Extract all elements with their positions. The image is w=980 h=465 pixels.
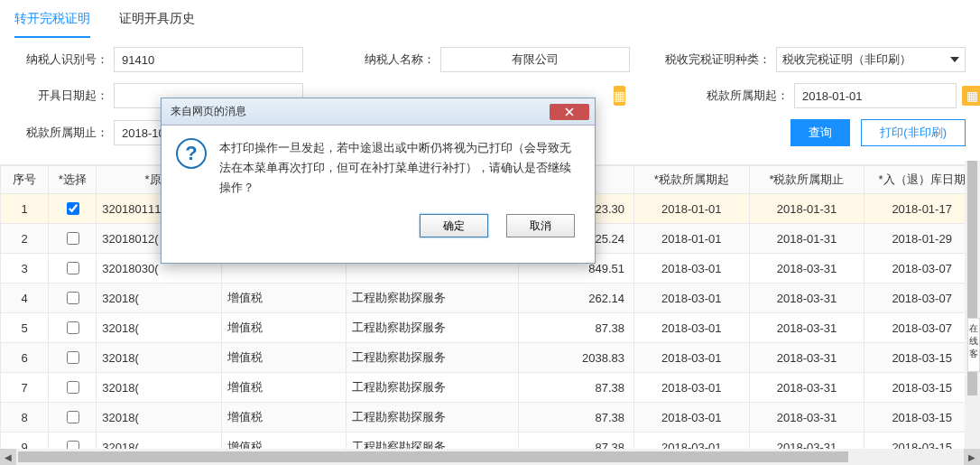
cell-voucher: 32018(: [97, 343, 221, 373]
cell-period-start: 2018-03-01: [634, 343, 750, 373]
cell-period-end: 2018-03-31: [749, 403, 864, 432]
cell-seq: 4: [1, 284, 49, 313]
cell-voucher: 32018(: [97, 403, 221, 432]
cell-period-start: 2018-03-01: [634, 284, 750, 313]
label-period-end: 税款所属期止：: [14, 125, 114, 141]
select-cert-kind-value: 税收完税证明（非印刷）: [782, 51, 911, 68]
cell-seq: 8: [1, 403, 49, 432]
cell-storage-date: 2018-01-29: [864, 224, 980, 254]
close-icon[interactable]: [550, 104, 589, 120]
cell-period-end: 2018-03-31: [749, 373, 864, 403]
query-button[interactable]: 查询: [790, 119, 850, 146]
table-row[interactable]: 632018(增值税工程勘察勘探服务2038.832018-03-012018-…: [1, 343, 980, 373]
cell-storage-date: 2018-03-07: [864, 313, 980, 343]
scroll-right-icon[interactable]: ▶: [964, 449, 980, 465]
side-helper[interactable]: 在线客: [967, 318, 980, 372]
question-icon: ?: [176, 138, 207, 169]
cell-select: [49, 224, 97, 254]
cell-select: [49, 373, 97, 403]
cell-period-end: 2018-03-31: [749, 343, 864, 373]
input-period-start[interactable]: [794, 83, 957, 108]
row-checkbox[interactable]: [67, 381, 79, 394]
cell-select: [49, 194, 97, 224]
horizontal-scrollbar[interactable]: ◀ ▶: [0, 449, 980, 465]
label-taxpayer-name: 纳税人名称：: [341, 51, 440, 68]
cell-storage-date: 2018-03-15: [864, 373, 980, 403]
cell-amount: 87.38: [519, 313, 634, 343]
cell-select: [49, 254, 97, 284]
cell-period-start: 2018-03-01: [634, 313, 750, 343]
row-checkbox[interactable]: [67, 232, 79, 245]
cell-item: 工程勘察勘探服务: [346, 343, 518, 373]
cell-storage-date: 2018-01-17: [864, 194, 980, 224]
cell-voucher: 32018(: [97, 313, 221, 343]
table-row[interactable]: 732018(增值税工程勘察勘探服务87.382018-03-012018-03…: [1, 373, 980, 403]
cancel-button[interactable]: 取消: [506, 214, 575, 237]
cell-tax: 增值税: [221, 343, 346, 373]
col-period-start: *税款所属期起: [634, 166, 750, 194]
col-select: *选择: [49, 166, 97, 194]
cell-period-start: 2018-01-01: [634, 194, 750, 224]
cell-select: [49, 313, 97, 343]
select-cert-kind[interactable]: 税收完税证明（非印刷）: [776, 47, 966, 72]
row-checkbox[interactable]: [67, 351, 79, 364]
cell-item: 工程勘察勘探服务: [346, 313, 518, 343]
table-row[interactable]: 532018(增值税工程勘察勘探服务87.382018-03-012018-03…: [1, 313, 980, 343]
input-taxpayer-id[interactable]: [114, 47, 303, 72]
col-storage-date: *入（退）库日期: [864, 166, 980, 194]
cell-seq: 1: [1, 194, 49, 224]
cell-voucher: 32018(: [97, 373, 221, 403]
cell-storage-date: 2018-03-15: [864, 403, 980, 432]
cell-amount: 262.14: [519, 284, 634, 313]
cell-seq: 3: [1, 254, 49, 284]
cell-period-end: 2018-03-31: [749, 313, 864, 343]
print-button[interactable]: 打印(非印刷): [861, 119, 966, 146]
cell-storage-date: 2018-03-07: [864, 254, 980, 284]
cell-storage-date: 2018-03-07: [864, 284, 980, 313]
chevron-down-icon: [950, 57, 959, 62]
table-row[interactable]: 432018(增值税工程勘察勘探服务262.142018-03-012018-0…: [1, 284, 980, 313]
cell-tax: 增值税: [221, 284, 346, 313]
cell-tax: 增值税: [221, 313, 346, 343]
cell-period-start: 2018-03-01: [634, 373, 750, 403]
row-checkbox[interactable]: [67, 292, 79, 304]
label-issue-start: 开具日期起：: [14, 88, 114, 104]
cell-period-start: 2018-01-01: [634, 224, 750, 254]
cell-tax: 增值税: [221, 373, 346, 403]
tab-history[interactable]: 证明开具历史: [119, 7, 195, 38]
cell-period-end: 2018-01-31: [749, 194, 864, 224]
cell-period-end: 2018-01-31: [749, 224, 864, 254]
col-seq: 序号: [1, 166, 49, 194]
ok-button[interactable]: 确定: [420, 214, 488, 237]
dialog-titlebar[interactable]: 来自网页的消息: [162, 98, 595, 126]
cell-amount: 87.38: [519, 403, 634, 432]
input-taxpayer-name[interactable]: [440, 47, 630, 72]
cell-item: 工程勘察勘探服务: [346, 373, 518, 403]
label-period-start: 税款所属期起：: [677, 88, 794, 104]
row-checkbox[interactable]: [67, 202, 79, 215]
cell-tax: 增值税: [221, 403, 346, 432]
cell-select: [49, 403, 97, 432]
row-checkbox[interactable]: [67, 321, 79, 334]
cell-amount: 2038.83: [519, 343, 634, 373]
vertical-scrollbar[interactable]: [965, 161, 980, 449]
dialog-title-text: 来自网页的消息: [171, 104, 246, 119]
cell-period-start: 2018-03-01: [634, 254, 750, 284]
table-row[interactable]: 832018(增值税工程勘察勘探服务87.382018-03-012018-03…: [1, 403, 980, 432]
dialog-message: 本打印操作一旦发起，若中途退出或中断仍将视为已打印（会导致无法在本菜单再次打印，…: [219, 138, 580, 198]
tabs-bar: 转开完税证明 证明开具历史: [0, 0, 980, 38]
confirm-dialog: 来自网页的消息 ? 本打印操作一旦发起，若中途退出或中断仍将视为已打印（会导致无…: [161, 98, 596, 264]
row-checkbox[interactable]: [67, 262, 79, 274]
row-checkbox[interactable]: [67, 411, 79, 423]
cell-seq: 2: [1, 224, 49, 254]
scroll-thumb[interactable]: [18, 451, 848, 462]
cell-seq: 6: [1, 343, 49, 373]
cell-amount: 87.38: [519, 373, 634, 403]
scroll-left-icon[interactable]: ◀: [0, 449, 16, 465]
cell-item: 工程勘察勘探服务: [346, 403, 518, 432]
cell-period-start: 2018-03-01: [634, 403, 750, 432]
cell-select: [49, 284, 97, 313]
calendar-icon[interactable]: [614, 86, 625, 106]
tab-issue[interactable]: 转开完税证明: [14, 7, 90, 38]
calendar-icon[interactable]: [962, 86, 980, 106]
